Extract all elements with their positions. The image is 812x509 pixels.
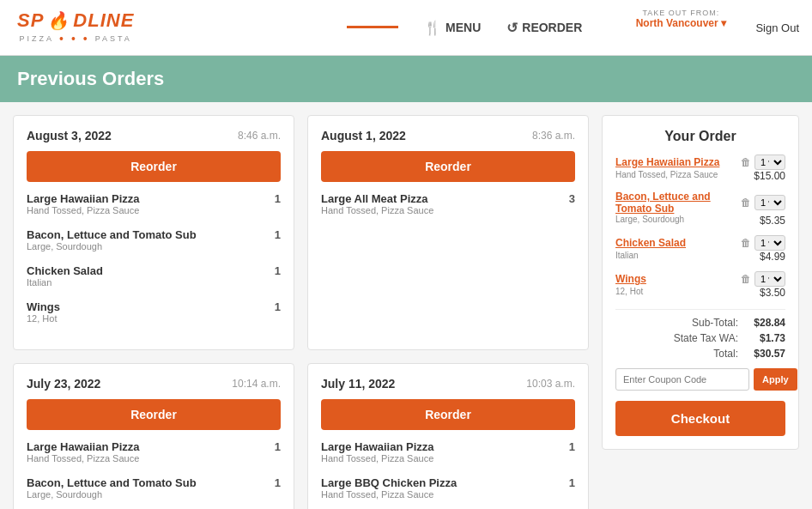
item-info-0-2: Chicken Salad Italian bbox=[27, 264, 103, 288]
item-desc-2-1: Large, Sourdough bbox=[27, 489, 197, 500]
item-name-0-2: Chicken Salad bbox=[27, 264, 103, 277]
your-order-item-desc-3: 12, Hot bbox=[615, 287, 643, 299]
coupon-input[interactable] bbox=[615, 368, 749, 391]
your-order-item-controls-0: 🗑 1 ▾ 2 3 bbox=[741, 155, 785, 170]
card-time-1: 8:36 a.m. bbox=[532, 130, 575, 142]
item-info-0-3: Wings 12, Hot bbox=[27, 300, 60, 324]
logo-text: SP🔥DLINE bbox=[17, 9, 134, 32]
reorder-button-0[interactable]: Reorder bbox=[27, 151, 281, 182]
nav-reorder-label: REORDER bbox=[522, 21, 582, 34]
item-qty-3-1: 1 bbox=[569, 476, 575, 500]
item-qty-3-0: 1 bbox=[569, 440, 575, 464]
item-qty-0-3: 1 bbox=[275, 300, 281, 324]
nav-links: 🍴 MENU ↺ REORDER bbox=[347, 20, 582, 36]
item-qty-1-0: 3 bbox=[569, 192, 575, 215]
takeout-location-link[interactable]: North Vancouver ▾ bbox=[636, 17, 726, 29]
item-desc-0-2: Italian bbox=[27, 277, 103, 288]
your-order-item-link-3[interactable]: Wings bbox=[615, 273, 741, 285]
order-item-0-3: Wings 12, Hot 1 bbox=[27, 300, 281, 328]
order-item-2-0: Large Hawaiian Pizza Hand Tossed, Pizza … bbox=[27, 440, 281, 468]
your-order-item-top-3: Wings 🗑 1 ▾ 2 3 bbox=[615, 271, 785, 287]
subtotal-row: Sub-Total: $28.84 bbox=[615, 317, 785, 329]
item-name-3-0: Large Hawaiian Pizza bbox=[321, 440, 434, 453]
order-card-1: August 1, 2022 8:36 a.m. Reorder Large A… bbox=[307, 115, 589, 350]
item-desc-0-1: Large, Sourdough bbox=[27, 241, 197, 251]
card-date-2: July 23, 2022 bbox=[27, 377, 100, 391]
item-name-0-1: Bacon, Lettuce and Tomato Sub bbox=[27, 228, 197, 241]
card-header-0: August 3, 2022 8:46 a.m. bbox=[27, 129, 281, 142]
order-card-0: August 3, 2022 8:46 a.m. Reorder Large H… bbox=[13, 115, 294, 350]
your-order-item-link-0[interactable]: Large Hawaiian Pizza bbox=[615, 156, 741, 168]
logo-pizza: PIZZA bbox=[19, 34, 54, 43]
your-order-item-1: Bacon, Lettuce and Tomato Sub 🗑 1 ▾ 2 3 … bbox=[615, 191, 785, 227]
tax-label: State Tax WA: bbox=[674, 332, 738, 344]
subtotal-value: $28.84 bbox=[747, 317, 785, 329]
reorder-button-1[interactable]: Reorder bbox=[321, 151, 575, 182]
order-item-0-0: Large Hawaiian Pizza Hand Tossed, Pizza … bbox=[27, 192, 281, 220]
item-name-2-1: Bacon, Lettuce and Tomato Sub bbox=[27, 476, 197, 489]
order-item-3-0: Large Hawaiian Pizza Hand Tossed, Pizza … bbox=[321, 440, 575, 468]
your-order-item-controls-3: 🗑 1 ▾ 2 3 bbox=[741, 271, 785, 287]
card-header-1: August 1, 2022 8:36 a.m. bbox=[321, 129, 575, 142]
item-qty-0-1: 1 bbox=[275, 228, 281, 251]
nav-reorder[interactable]: ↺ REORDER bbox=[506, 20, 582, 36]
sign-out-button[interactable]: Sign Out bbox=[755, 21, 799, 34]
item-desc-0-0: Hand Tossed, Pizza Sauce bbox=[27, 205, 140, 215]
item-qty-2-1: 1 bbox=[275, 476, 281, 500]
your-order-item-price-2: $4.99 bbox=[760, 251, 785, 263]
item-info-3-1: Large BBQ Chicken Pizza Hand Tossed, Piz… bbox=[321, 476, 457, 500]
item-name-3-1: Large BBQ Chicken Pizza bbox=[321, 476, 457, 489]
item-info-0-0: Large Hawaiian Pizza Hand Tossed, Pizza … bbox=[27, 192, 140, 215]
order-item-3-1: Large BBQ Chicken Pizza Hand Tossed, Piz… bbox=[321, 476, 575, 504]
logo-dot3: • bbox=[83, 32, 90, 45]
logo-dot1: • bbox=[59, 32, 66, 45]
remove-item-icon-3[interactable]: 🗑 bbox=[741, 273, 751, 285]
apply-coupon-button[interactable]: Apply bbox=[754, 368, 797, 391]
your-order-item-desc-0: Hand Tossed, Pizza Sauce bbox=[615, 170, 718, 182]
your-order-item-top-0: Large Hawaiian Pizza 🗑 1 ▾ 2 3 bbox=[615, 155, 785, 170]
checkout-button[interactable]: Checkout bbox=[615, 401, 785, 436]
item-info-1-0: Large All Meat Pizza Hand Tossed, Pizza … bbox=[321, 192, 433, 215]
item-desc-3-0: Hand Tossed, Pizza Sauce bbox=[321, 453, 434, 464]
total-value: $30.57 bbox=[747, 348, 785, 360]
your-order-item-top-2: Chicken Salad 🗑 1 ▾ 2 3 bbox=[615, 235, 785, 251]
tax-value: $1.73 bbox=[747, 332, 785, 344]
your-order-item-price-1: $5.35 bbox=[760, 215, 785, 227]
qty-select-1[interactable]: 1 ▾ 2 3 bbox=[754, 195, 785, 210]
remove-item-icon-1[interactable]: 🗑 bbox=[741, 197, 751, 209]
your-order-item-0: Large Hawaiian Pizza 🗑 1 ▾ 2 3 Hand Toss… bbox=[615, 155, 785, 182]
qty-select-3[interactable]: 1 ▾ 2 3 bbox=[754, 271, 785, 287]
card-time-0: 8:46 a.m. bbox=[238, 130, 281, 142]
your-order-item-desc-1: Large, Sourdough bbox=[615, 215, 684, 227]
page-title: Previous Orders bbox=[17, 68, 795, 90]
nav-menu[interactable]: 🍴 MENU bbox=[424, 20, 481, 36]
your-order-item-link-1[interactable]: Bacon, Lettuce and Tomato Sub bbox=[615, 191, 741, 215]
your-order-item-desc-2: Italian bbox=[615, 251, 639, 263]
card-date-3: July 11, 2022 bbox=[321, 377, 395, 391]
logo: SP🔥DLINE PIZZA • • • PASTA bbox=[17, 9, 134, 45]
item-qty-0-2: 1 bbox=[275, 264, 281, 288]
card-date-1: August 1, 2022 bbox=[321, 129, 406, 142]
item-desc-2-0: Hand Tossed, Pizza Sauce bbox=[27, 453, 140, 464]
qty-select-2[interactable]: 1 ▾ 2 3 bbox=[754, 235, 785, 251]
card-header-3: July 11, 2022 10:03 a.m. bbox=[321, 377, 575, 391]
order-card-3: July 11, 2022 10:03 a.m. Reorder Large H… bbox=[307, 363, 589, 509]
item-name-0-0: Large Hawaiian Pizza bbox=[27, 192, 140, 205]
remove-item-icon-0[interactable]: 🗑 bbox=[741, 156, 751, 168]
subtotal-label: Sub-Total: bbox=[692, 317, 738, 329]
card-time-2: 10:14 a.m. bbox=[232, 378, 281, 390]
your-order-item-controls-2: 🗑 1 ▾ 2 3 bbox=[741, 235, 785, 251]
reorder-button-3[interactable]: Reorder bbox=[321, 399, 575, 430]
item-info-0-1: Bacon, Lettuce and Tomato Sub Large, Sou… bbox=[27, 228, 197, 251]
order-item-2-1: Bacon, Lettuce and Tomato Sub Large, Sou… bbox=[27, 476, 281, 504]
card-date-0: August 3, 2022 bbox=[27, 129, 112, 142]
reorder-button-2[interactable]: Reorder bbox=[27, 399, 281, 430]
logo-dot2: • bbox=[71, 32, 78, 45]
item-name-1-0: Large All Meat Pizza bbox=[321, 192, 433, 205]
total-row: Total: $30.57 bbox=[615, 348, 785, 360]
qty-select-0[interactable]: 1 ▾ 2 3 bbox=[754, 155, 785, 170]
remove-item-icon-2[interactable]: 🗑 bbox=[741, 237, 751, 249]
your-order-item-link-2[interactable]: Chicken Salad bbox=[615, 237, 741, 249]
your-order-item-top-1: Bacon, Lettuce and Tomato Sub 🗑 1 ▾ 2 3 bbox=[615, 191, 785, 215]
orders-grid: August 3, 2022 8:46 a.m. Reorder Large H… bbox=[13, 115, 589, 509]
